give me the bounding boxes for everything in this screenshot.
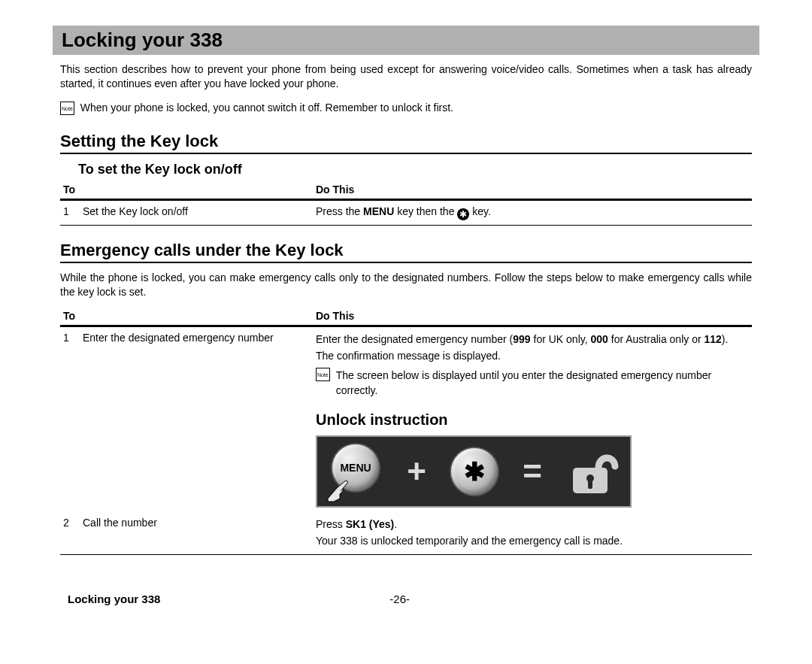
col-to: To [60,310,316,322]
row-do: Press SK1 (Yes). Your 338 is unlocked te… [316,517,752,550]
page-number: -26- [389,593,410,605]
page-footer: Locking your 338 -26- [53,570,759,605]
star-key-icon: ✱ [457,208,469,220]
equals-icon: = [523,447,542,496]
menu-key-with-hand-icon: MENU [328,444,382,499]
row-num: 1 [60,205,83,217]
page-title: Locking your 338 [62,29,750,52]
unlock-diagram: MENU + ✱ = [316,435,632,508]
row-do: Press the MENU key then the ✱ key. [316,205,752,220]
note-icon: Note [60,102,74,115]
top-note-text: When your phone is locked, you cannot sw… [80,102,453,114]
row-to: Call the number [83,517,316,529]
svg-rect-2 [588,480,592,489]
col-to: To [60,183,316,196]
table-emergency: To Do This 1 Enter the designated emerge… [60,307,752,556]
plus-icon: + [407,447,426,496]
table-row: 2 Call the number Press SK1 (Yes). Your … [60,512,752,556]
table-row: 1 Set the Key lock on/off Press the MENU… [60,201,752,226]
emergency-paragraph: While the phone is locked, you can make … [60,271,752,299]
row-num: 2 [60,517,83,529]
document-page: Locking your 338 This section describes … [0,0,812,623]
table-header: To Do This [60,180,752,201]
row-to: Enter the designated emergency number [83,332,316,344]
section-subheading-set-keylock: To set the Key lock on/off [78,162,752,177]
col-do: Do This [316,183,752,196]
footer-section-title: Locking your 338 [68,593,160,605]
unlocked-padlock-icon [567,447,620,496]
row-num: 1 [60,332,83,344]
inline-note: Note The screen below is displayed until… [316,368,752,399]
top-note: Note When your phone is locked, you cann… [60,102,752,115]
table-set-keylock: To Do This 1 Set the Key lock on/off Pre… [60,180,752,226]
section-heading-emergency: Emergency calls under the Key lock [60,241,752,263]
pointing-hand-icon [323,476,353,503]
title-bar: Locking your 338 [53,26,759,55]
row-do: Enter the designated emergency number (9… [316,332,752,508]
table-row: 1 Enter the designated emergency number … [60,327,752,512]
star-key-icon: ✱ [451,448,498,495]
col-do: Do This [316,310,752,322]
note-icon: Note [316,368,330,381]
unlock-caption: Unlock instruction [316,409,632,431]
row-to: Set the Key lock on/off [83,205,316,217]
unlock-diagram-block: Unlock instruction MENU + ✱ = [316,409,632,508]
table-header: To Do This [60,307,752,327]
section-heading-setting-key-lock: Setting the Key lock [60,132,752,154]
intro-paragraph: This section describes how to prevent yo… [60,62,752,91]
